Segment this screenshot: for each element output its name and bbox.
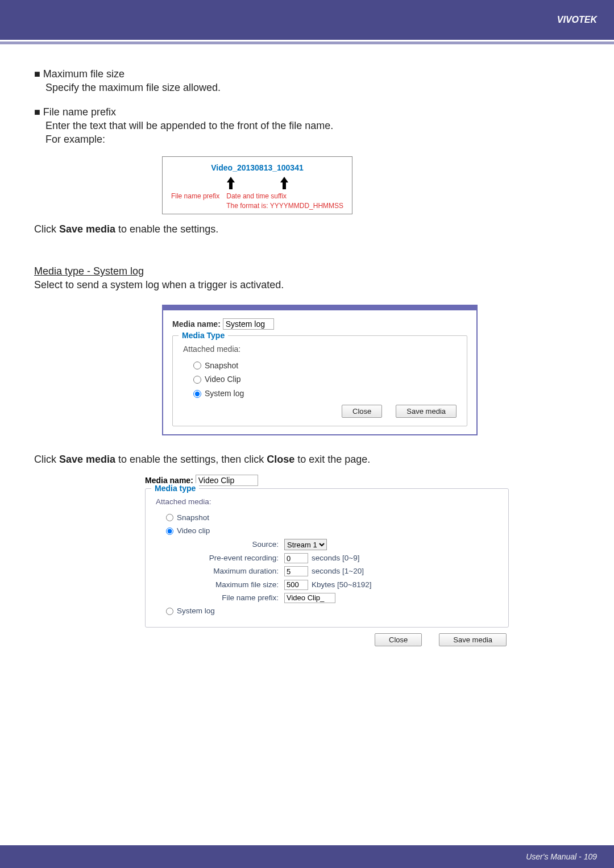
media-type-fieldset: Media Type Attached media: Snapshot Vide… — [172, 335, 467, 427]
suffix-line1: Date and time suffix — [226, 192, 287, 200]
source-label: Source: — [193, 539, 279, 550]
example-suffix-label: Date and time suffix The format is: YYYY… — [226, 192, 343, 210]
page-body: ■ Maximum file size Specify the maximum … — [0, 44, 614, 646]
videoclip-dialog-screenshot: Media name: Media type Attached media: S… — [145, 475, 509, 647]
maxdur-input[interactable] — [284, 566, 308, 576]
save-media-instruction-2: Click Save media to enable the settings,… — [34, 452, 591, 466]
prefix-label: File name prefix: — [193, 593, 279, 603]
text: to enable the settings. — [115, 223, 218, 235]
text: to enable the settings, then click — [115, 454, 267, 465]
dialog-button-row: Close Save media — [145, 633, 509, 646]
radio-label: Snapshot — [177, 513, 209, 523]
example-prefix-label: File name prefix — [171, 192, 219, 210]
header-band: VIVOTEK — [0, 0, 614, 40]
bullet-max-file-size: ■ Maximum file size Specify the maximum … — [34, 67, 591, 95]
bold-save-media: Save media — [59, 454, 115, 465]
source-row: Source: Stream 1 — [193, 539, 500, 550]
radio-input[interactable] — [166, 514, 173, 521]
maxsize-label: Maximum file size: — [193, 580, 279, 590]
radio-video-clip[interactable]: Video clip — [166, 526, 500, 536]
bullet-title: ■ File name prefix — [34, 105, 591, 119]
maxsize-hint: Kbytes [50~8192] — [312, 580, 371, 590]
maxdur-row: Maximum duration: seconds [1~20] — [193, 566, 500, 576]
media-name-row: Media name: — [172, 318, 467, 330]
arrow-up-icon — [227, 177, 235, 189]
media-name-input[interactable] — [196, 475, 258, 486]
close-button[interactable]: Close — [342, 405, 382, 418]
footer-text: User's Manual - 109 — [526, 852, 597, 861]
example-lead: For example: — [45, 132, 591, 146]
maxsize-input[interactable] — [284, 580, 308, 590]
dialog-titlebar — [163, 306, 476, 310]
radio-system-log[interactable]: System log — [166, 606, 500, 616]
radio-label: System log — [177, 606, 215, 616]
radio-input[interactable] — [166, 528, 173, 535]
media-name-input[interactable] — [223, 318, 274, 330]
text: Click — [34, 223, 59, 235]
radio-input[interactable] — [193, 376, 201, 384]
arrow-up-icon — [280, 177, 288, 189]
example-filename: Video_20130813_100341 — [168, 163, 346, 173]
save-media-instruction-1: Click Save media to enable the settings. — [34, 222, 591, 236]
media-name-row: Media name: — [145, 475, 509, 486]
close-button[interactable]: Close — [375, 633, 422, 646]
maxsize-row: Maximum file size: Kbytes [50~8192] — [193, 580, 500, 590]
attached-media-label: Attached media: — [156, 497, 500, 507]
radio-video-clip[interactable]: Video Clip — [193, 374, 459, 385]
video-clip-options: Source: Stream 1 Pre-event recording: se… — [193, 539, 500, 603]
dialog-button-row: Close Save media — [181, 405, 459, 418]
suffix-line2: The format is: YYYYMMDD_HHMMSS — [226, 202, 343, 210]
text: Click — [34, 454, 59, 465]
radio-input[interactable] — [193, 390, 201, 398]
preevent-label: Pre-event recording: — [193, 553, 279, 563]
example-arrows — [168, 177, 346, 189]
bullet-file-name-prefix: ■ File name prefix Enter the text that w… — [34, 105, 591, 147]
footer-band: User's Manual - 109 — [0, 845, 614, 868]
example-labels-row: File name prefix Date and time suffix Th… — [168, 192, 346, 210]
preevent-row: Pre-event recording: seconds [0~9] — [193, 553, 500, 563]
media-name-label: Media name: — [172, 319, 221, 329]
filename-example-diagram: Video_20130813_100341 File name prefix D… — [162, 156, 352, 214]
media-type-legend: Media type — [151, 483, 199, 494]
systemlog-dialog-screenshot: Media name: Media Type Attached media: S… — [162, 305, 478, 436]
save-media-button[interactable]: Save media — [439, 633, 507, 646]
heading-underlined: Media type - System log — [34, 265, 144, 277]
preevent-hint: seconds [0~9] — [312, 553, 359, 563]
media-type-legend: Media Type — [179, 330, 228, 341]
bullet-desc: Enter the text that will be appended to … — [45, 119, 591, 132]
preevent-input[interactable] — [284, 553, 308, 563]
maxdur-hint: seconds [1~20] — [312, 566, 364, 576]
radio-input[interactable] — [193, 362, 201, 369]
radio-label: System log — [205, 388, 244, 399]
bold-save-media: Save media — [59, 223, 115, 235]
radio-label: Video clip — [177, 526, 210, 536]
prefix-row: File name prefix: — [193, 593, 500, 603]
bullet-desc: Specify the maximum file size allowed. — [45, 81, 591, 94]
radio-label: Snapshot — [205, 360, 238, 371]
save-media-button[interactable]: Save media — [396, 405, 457, 418]
prefix-input[interactable] — [284, 593, 335, 603]
radio-snapshot[interactable]: Snapshot — [193, 360, 459, 371]
media-type-fieldset: Media type Attached media: Snapshot Vide… — [145, 488, 509, 628]
brand-text: VIVOTEK — [557, 15, 597, 25]
media-type-systemlog-heading: Media type - System log — [34, 264, 591, 278]
bullet-title: ■ Maximum file size — [34, 67, 591, 81]
radio-label: Video Clip — [205, 374, 241, 385]
bold-close: Close — [267, 454, 294, 465]
media-type-systemlog-desc: Select to send a system log when a trigg… — [34, 278, 591, 292]
text: to exit the page. — [294, 454, 370, 465]
radio-snapshot[interactable]: Snapshot — [166, 513, 500, 523]
attached-media-label: Attached media: — [183, 344, 459, 355]
radio-input[interactable] — [166, 608, 173, 615]
radio-system-log[interactable]: System log — [193, 388, 459, 399]
maxdur-label: Maximum duration: — [193, 566, 279, 576]
source-select[interactable]: Stream 1 — [284, 539, 327, 550]
